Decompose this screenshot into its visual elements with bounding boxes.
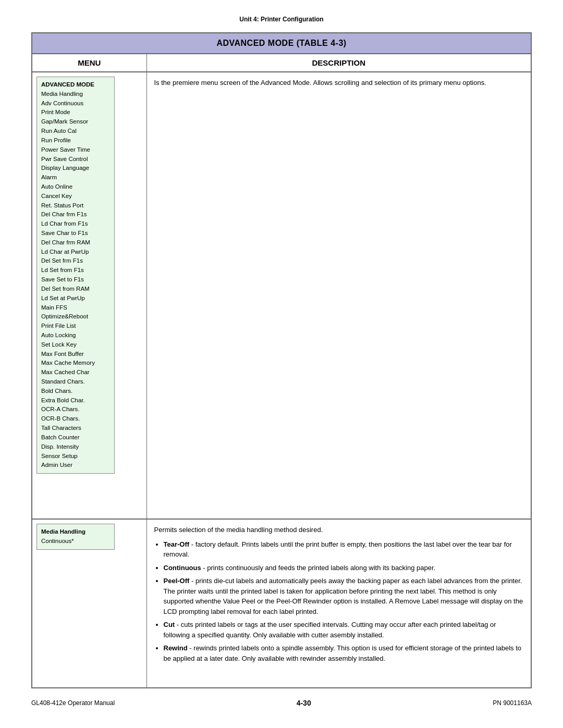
menu-item-12: Ret. Status Port — [41, 201, 110, 211]
menu-item-19: Ld Set from F1s — [41, 266, 110, 275]
menu-item-2: Print Mode — [41, 108, 110, 117]
menu-item-39: Sensor Setup — [41, 452, 110, 461]
menu-item-15: Save Char to F1s — [41, 229, 110, 238]
bullet-peeloff: Peel-Off - prints die-cut labels and aut… — [164, 576, 524, 616]
menu-box-title-1: ADVANCED MODE — [41, 81, 94, 88]
table-row-1: ADVANCED MODE Media Handling Adv Continu… — [32, 72, 531, 519]
menu-col-2: Media Handling Continuous* — [32, 519, 146, 688]
table-title: ADVANCED MODE (TABLE 4-3) — [32, 33, 531, 54]
menu-item-10: Auto Online — [41, 182, 110, 192]
table-row-2: Media Handling Continuous* Permits selec… — [32, 519, 531, 688]
menu-item-36: Tall Characters — [41, 424, 110, 433]
page-header: Unit 4: Printer Configuration — [31, 16, 532, 23]
footer-center: 4-30 — [297, 699, 311, 707]
menu-item-5: Run Profile — [41, 136, 110, 145]
bullet-rewind-text: rewinds printed labels onto a spindle as… — [164, 644, 522, 662]
bullet-peeloff-label: Peel-Off — [164, 577, 190, 585]
bullet-cut-dash: - — [175, 621, 181, 628]
menu-item-0: Media Handling — [41, 90, 110, 99]
bullet-tearoff: Tear-Off - factory default. Prints label… — [164, 539, 524, 560]
bullet-continuous: Continuous - prints continuously and fee… — [164, 563, 524, 573]
bullet-peeloff-dash: - — [189, 577, 195, 585]
menu-item-28: Max Font Buffer — [41, 350, 110, 359]
bullet-rewind: Rewind - rewinds printed labels onto a s… — [164, 643, 524, 663]
bullet-rewind-label: Rewind — [164, 644, 188, 652]
menu-item-40: Admin User — [41, 461, 110, 470]
menu-item-23: Main FFS — [41, 303, 110, 313]
menu-item-26: Auto Locking — [41, 331, 110, 340]
menu-item-21: Del Set from RAM — [41, 285, 110, 294]
menu-item-33: Extra Bold Char. — [41, 396, 110, 405]
bullet-peeloff-text: prints die-cut labels and automatically … — [164, 577, 523, 615]
menu-item-3: Gap/Mark Sensor — [41, 117, 110, 127]
bullet-continuous-dash: - — [201, 564, 207, 572]
bullet-continuous-text: prints continuously and feeds the printe… — [207, 564, 435, 572]
menu-item-34: OCR-A Chars. — [41, 405, 110, 414]
desc-intro-2: Permits selection of the media handling … — [154, 525, 524, 535]
bullet-cut-label: Cut — [164, 621, 175, 628]
menu-box-2: Media Handling Continuous* — [36, 524, 115, 550]
menu-item-27: Set Lock Key — [41, 340, 110, 350]
menu-item-31: Standard Chars. — [41, 377, 110, 387]
footer-left: GL408-412e Operator Manual — [31, 699, 115, 707]
menu-item-7: Pwr Save Control — [41, 155, 110, 164]
desc-col-2: Permits selection of the media handling … — [146, 519, 531, 688]
menu-item-29: Max Cache Memory — [41, 359, 110, 368]
col-header-menu: MENU — [32, 54, 146, 72]
menu-item-24: Optimize&Reboot — [41, 312, 110, 322]
menu-item-32: Bold Chars. — [41, 387, 110, 396]
menu-item-4: Run Auto Cal — [41, 127, 110, 136]
col-header-desc: DESCRIPTION — [146, 54, 531, 72]
menu-item-11: Cancel Key — [41, 192, 110, 201]
menu-box-title-2: Media Handling — [41, 528, 85, 535]
menu-item-16: Del Char frm RAM — [41, 238, 110, 248]
menu-item-1: Adv Continuous — [41, 99, 110, 108]
bullet-cut-text: cuts printed labels or tags at the user … — [164, 621, 496, 639]
menu-item-30: Max Cached Char — [41, 368, 110, 377]
bullet-tearoff-label: Tear-Off — [164, 540, 190, 548]
menu-item-14: Ld Char from F1s — [41, 219, 110, 229]
menu-item-6: Power Saver Time — [41, 145, 110, 155]
desc-bullets-2: Tear-Off - factory default. Prints label… — [164, 539, 524, 664]
bullet-rewind-dash: - — [188, 644, 194, 652]
menu-item-38: Disp. Intensity — [41, 442, 110, 452]
menu-item-8: Display Language — [41, 164, 110, 173]
menu-item-20: Save Set to F1s — [41, 275, 110, 285]
bullet-continuous-label: Continuous — [164, 564, 201, 572]
bullet-cut: Cut - cuts printed labels or tags at the… — [164, 620, 524, 640]
desc-col-1: Is the premiere menu screen of the Advan… — [146, 72, 531, 519]
menu-item-35: OCR-B Chars. — [41, 414, 110, 424]
menu-item-9: Alarm — [41, 173, 110, 182]
menu-item-13: Del Char frm F1s — [41, 210, 110, 219]
footer-right: PN 9001163A — [493, 699, 532, 707]
menu-item-25: Print File List — [41, 322, 110, 331]
menu-item-22: Ld Set at PwrUp — [41, 294, 110, 303]
bullet-tearoff-dash: - — [189, 540, 195, 548]
menu-col-1: ADVANCED MODE Media Handling Adv Continu… — [32, 72, 146, 519]
menu-item-18: Del Set frm F1s — [41, 256, 110, 266]
menu-item-37: Batch Counter — [41, 433, 110, 442]
menu-item-17: Ld Char at PwrUp — [41, 248, 110, 257]
page-footer: GL408-412e Operator Manual 4-30 PN 90011… — [31, 699, 532, 707]
main-table: ADVANCED MODE (TABLE 4-3) MENU DESCRIPTI… — [31, 32, 532, 688]
menu-box-1: ADVANCED MODE Media Handling Adv Continu… — [36, 77, 115, 474]
menu-sub-2: Continuous* — [41, 537, 110, 546]
bullet-tearoff-text: factory default. Prints labels until the… — [164, 540, 512, 559]
desc-text-1: Is the premiere menu screen of the Advan… — [154, 78, 524, 88]
